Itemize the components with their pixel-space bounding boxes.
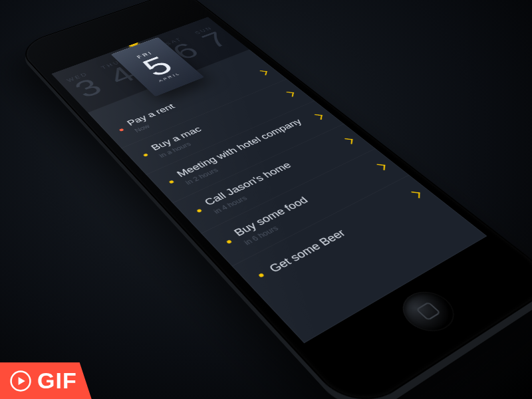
task-row[interactable]: Buy some food in 6 hours xyxy=(201,148,409,266)
chevron-right-icon xyxy=(344,138,352,144)
home-button[interactable] xyxy=(392,285,464,339)
gif-label: GIF xyxy=(37,368,77,394)
chevron-right-icon xyxy=(376,164,385,170)
task-subtitle xyxy=(278,194,433,277)
phone-screen: WED 3 THU 4 SAT 6 SUN 7 xyxy=(51,17,487,343)
priority-dot-icon xyxy=(169,180,175,184)
chevron-right-icon xyxy=(259,70,267,75)
chevron-right-icon xyxy=(411,192,420,198)
task-title: Buy some food xyxy=(231,154,392,238)
priority-dot-icon xyxy=(119,128,124,132)
priority-dot-icon xyxy=(258,273,265,277)
task-subtitle: in 4 hours xyxy=(212,138,368,215)
gif-badge: GIF xyxy=(0,362,92,399)
task-row[interactable]: Get some Beer xyxy=(231,175,445,302)
priority-dot-icon xyxy=(196,209,202,213)
priority-dot-icon xyxy=(226,239,232,244)
priority-dot-icon xyxy=(143,153,148,156)
day-number: 3 xyxy=(69,75,107,102)
task-subtitle: in 6 hours xyxy=(242,164,401,247)
play-circle-icon xyxy=(9,370,32,392)
task-title: Get some Beer xyxy=(267,184,431,275)
chevron-right-icon xyxy=(314,114,323,120)
chevron-right-icon xyxy=(285,92,294,97)
phone-body: WED 3 THU 4 SAT 6 SUN 7 xyxy=(16,0,532,399)
